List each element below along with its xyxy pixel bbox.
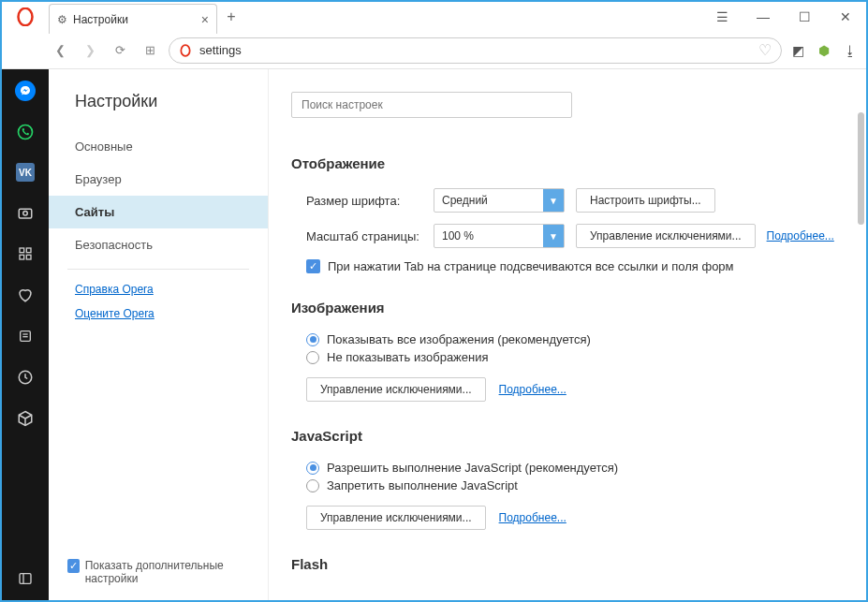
page-zoom-label: Масштаб страницы:: [291, 229, 422, 243]
whatsapp-icon[interactable]: [15, 122, 36, 142]
rate-link[interactable]: Оцените Opera: [49, 301, 268, 326]
js-allow-label: Разрешить выполнение JavaScript (рекомен…: [327, 461, 618, 475]
flash-heading: Flash: [291, 556, 834, 572]
js-more-link[interactable]: Подробнее...: [499, 511, 566, 524]
extension-icon-1[interactable]: ◩: [789, 42, 806, 59]
cube-icon[interactable]: [15, 408, 36, 429]
minimize-button[interactable]: —: [743, 2, 784, 32]
js-block-label: Запретить выполнение JavaScript: [327, 478, 518, 492]
sidebar-item-security[interactable]: Безопасность: [49, 228, 268, 261]
svg-point-0: [19, 8, 33, 25]
speed-dial-button[interactable]: ⊞: [139, 39, 161, 62]
downloads-icon[interactable]: ⭳: [842, 42, 859, 59]
gear-icon: ⚙: [57, 13, 67, 26]
forward-button[interactable]: ❯: [79, 39, 101, 62]
tab-highlight-checkbox[interactable]: ✓: [306, 259, 320, 273]
history-icon[interactable]: [15, 367, 36, 388]
vk-icon[interactable]: VK: [16, 163, 35, 182]
svg-rect-5: [20, 248, 24, 253]
messenger-icon[interactable]: [15, 81, 36, 101]
zoom-more-link[interactable]: Подробнее...: [767, 229, 834, 242]
images-hide-radio[interactable]: [306, 351, 319, 364]
images-hide-label: Не показывать изображения: [327, 350, 489, 364]
js-allow-radio[interactable]: [306, 462, 319, 475]
font-size-select[interactable]: Средний ▼: [434, 188, 565, 213]
customize-fonts-button[interactable]: Настроить шрифты...: [576, 188, 715, 213]
maximize-button[interactable]: ☐: [784, 2, 825, 32]
images-exceptions-button[interactable]: Управление исключениями...: [306, 377, 486, 402]
camera-icon[interactable]: [15, 202, 36, 223]
js-exceptions-button[interactable]: Управление исключениями...: [306, 506, 486, 530]
help-link[interactable]: Справка Opera: [49, 277, 268, 301]
sidebar-item-basic[interactable]: Основные: [49, 130, 268, 163]
tab-close-icon[interactable]: ×: [201, 12, 209, 27]
new-tab-button[interactable]: +: [217, 2, 245, 32]
left-rail: VK: [2, 69, 49, 600]
images-show-radio[interactable]: [306, 333, 319, 346]
address-bar[interactable]: ♡: [169, 37, 782, 64]
sidebar-toggle-icon[interactable]: [15, 568, 36, 589]
extension-icon-2[interactable]: ⬢: [816, 42, 832, 59]
back-button[interactable]: ❮: [49, 39, 71, 62]
settings-search-input[interactable]: [291, 92, 572, 118]
reload-button[interactable]: ⟳: [109, 39, 131, 62]
svg-rect-3: [19, 209, 32, 218]
grid-icon[interactable]: [15, 243, 36, 264]
sidebar-item-sites[interactable]: Сайты: [49, 196, 268, 228]
page-title: Настройки: [49, 92, 268, 130]
content-area: Отображение Размер шрифта: Средний ▼ Нас…: [269, 69, 866, 600]
browser-tab[interactable]: ⚙ Настройки ×: [49, 4, 217, 34]
advanced-checkbox[interactable]: ✓: [67, 559, 80, 573]
address-input[interactable]: [199, 43, 751, 57]
svg-rect-8: [26, 255, 31, 259]
svg-point-1: [181, 45, 189, 56]
js-block-radio[interactable]: [306, 479, 319, 492]
svg-rect-7: [20, 255, 24, 259]
images-more-link[interactable]: Подробнее...: [499, 383, 566, 396]
font-size-label: Размер шрифта:: [291, 194, 422, 208]
tab-highlight-label: При нажатии Tab на странице подсвечивают…: [328, 259, 734, 273]
opera-logo[interactable]: [2, 2, 49, 32]
scrollbar-thumb[interactable]: [858, 112, 864, 225]
bookmark-heart-icon[interactable]: ♡: [758, 41, 772, 59]
easy-setup-icon[interactable]: ☰: [701, 2, 743, 32]
news-icon[interactable]: [15, 326, 36, 346]
settings-sidebar: Настройки Основные Браузер Сайты Безопас…: [49, 69, 269, 600]
zoom-exceptions-button[interactable]: Управление исключениями...: [576, 224, 756, 248]
js-heading: JavaScript: [291, 428, 834, 444]
chevron-down-icon: ▼: [543, 225, 564, 247]
images-heading: Изображения: [291, 300, 834, 316]
svg-point-2: [19, 125, 33, 139]
display-heading: Отображение: [291, 155, 834, 171]
svg-rect-13: [20, 574, 31, 584]
page-zoom-select[interactable]: 100 % ▼: [434, 224, 565, 248]
images-show-label: Показывать все изображения (рекомендуетс…: [327, 332, 591, 346]
heart-outline-icon[interactable]: [15, 285, 36, 305]
svg-rect-6: [26, 248, 31, 253]
tab-title: Настройки: [73, 13, 128, 26]
chevron-down-icon: ▼: [543, 189, 564, 212]
window-close-button[interactable]: ✕: [825, 2, 866, 32]
opera-badge-icon: [179, 44, 192, 57]
advanced-label: Показать дополнительные настройки: [85, 559, 249, 585]
sidebar-item-browser[interactable]: Браузер: [49, 163, 268, 196]
svg-point-4: [23, 212, 28, 216]
